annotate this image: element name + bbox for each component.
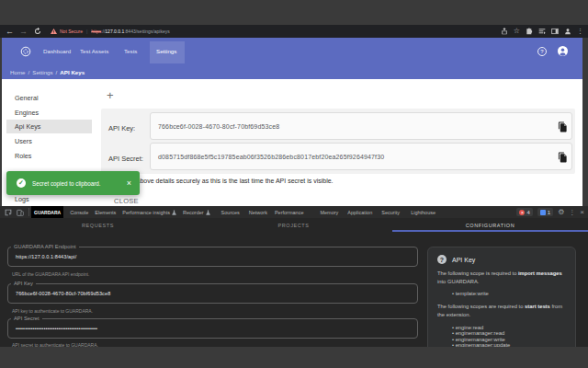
browser-url-bar: ← → Not Secure | https :// 127.0.0.1 :84… bbox=[0, 25, 588, 38]
apikey-helper: API key to authenticate to GUARDARA. bbox=[12, 308, 93, 314]
devtools-tab-memory[interactable]: Memory bbox=[320, 210, 338, 215]
apikey-field-label: API Key bbox=[11, 281, 36, 286]
extensions-icon[interactable] bbox=[526, 28, 533, 35]
nav-dashboard[interactable]: Dashboard bbox=[43, 38, 71, 64]
apisecret-input[interactable]: ••••••••••••••••••••••••••••••••••••••••… bbox=[7, 318, 418, 339]
share-icon[interactable] bbox=[501, 28, 508, 35]
bookmark-star-icon[interactable]: ☆ bbox=[514, 25, 520, 38]
scope-bullet: enginemanager:read bbox=[452, 330, 504, 336]
breadcrumb-home[interactable]: Home bbox=[10, 69, 26, 75]
breadcrumb-settings[interactable]: Settings bbox=[32, 69, 52, 75]
scope-paragraph-1: The following scope is required to impor… bbox=[437, 270, 571, 285]
device-toolbar-icon[interactable] bbox=[17, 209, 24, 216]
page-content: General Engines Api Keys Users Roles Log… bbox=[2, 79, 582, 206]
apikey-input[interactable]: 766bce6f-0028-4670-80cf-70bf69d53ce8 bbox=[7, 283, 418, 304]
close-button[interactable]: CLOSE bbox=[114, 197, 139, 205]
breadcrumb-current: API Keys bbox=[60, 69, 85, 75]
back-icon[interactable]: ← bbox=[6, 26, 14, 38]
url-scheme: https bbox=[91, 29, 101, 34]
sidebar-item-engines[interactable]: Engines bbox=[15, 109, 39, 117]
error-icon: × bbox=[519, 210, 525, 215]
copy-icon[interactable] bbox=[558, 121, 568, 132]
flask-icon bbox=[172, 210, 176, 215]
apisecret-field-label: API Secret bbox=[11, 316, 42, 321]
app-logo-icon[interactable] bbox=[20, 46, 31, 57]
devtools-tab-sources[interactable]: Sources bbox=[221, 210, 240, 215]
devtools-tabbar: GUARDARA Console Elements Performance in… bbox=[0, 206, 588, 218]
reload-icon[interactable] bbox=[34, 28, 41, 35]
api-key-value-box: 766bce6f-0028-4670-80cf-70bf69d53ce8 bbox=[150, 112, 572, 140]
issue-badge[interactable]: 1 bbox=[537, 208, 553, 216]
issue-count: 1 bbox=[548, 210, 550, 215]
scope-paragraph-2: The following scopes are required to sta… bbox=[437, 303, 571, 318]
warning-icon bbox=[51, 29, 57, 34]
api-secret-value: d085715df868e5f5c19785eab06f3526b286ebc8… bbox=[158, 154, 384, 160]
reading-list-icon[interactable] bbox=[538, 28, 546, 35]
breadcrumb-sep: / bbox=[56, 69, 58, 75]
devtools-tab-security[interactable]: Security bbox=[381, 210, 400, 215]
toast: ✓ Secret copied to clipboard. × bbox=[6, 171, 140, 195]
app-nav: Dashboard Test Assets Tests Settings ? bbox=[2, 38, 582, 64]
api-key-value: 766bce6f-0028-4670-80cf-70bf69d53ce8 bbox=[158, 123, 279, 130]
help-icon[interactable]: ? bbox=[537, 47, 547, 56]
devtools-tab-performance-insights[interactable]: Performance insights bbox=[122, 210, 176, 215]
url-path: :8443/settings/apikeys bbox=[124, 29, 169, 34]
devtools-content: https://127.0.0.1:8443/api/ GUARDARA API… bbox=[0, 232, 588, 347]
devtools-tab-elements[interactable]: Elements bbox=[95, 210, 116, 215]
sidebar-item-logs[interactable]: Logs bbox=[15, 195, 29, 203]
api-key-panel: API Key: 766bce6f-0028-4670-80cf-70bf69d… bbox=[101, 109, 575, 174]
endpoint-input[interactable]: https://127.0.0.1:8443/api/ bbox=[7, 247, 418, 267]
omnibox-separator: | bbox=[86, 29, 87, 34]
scope-card-header: ? API Key bbox=[437, 255, 475, 264]
devtools-tab-network[interactable]: Network bbox=[249, 210, 267, 215]
subtab-requests[interactable]: REQUESTS bbox=[0, 218, 196, 232]
devtools-tab-performance[interactable]: Performance bbox=[275, 210, 304, 215]
add-icon[interactable]: + bbox=[107, 89, 114, 101]
nav-settings[interactable]: Settings bbox=[156, 38, 176, 64]
omnibox[interactable]: Not Secure | https :// 127.0.0.1 :8443/s… bbox=[51, 29, 170, 34]
toast-message: Secret copied to clipboard. bbox=[32, 180, 101, 187]
sidebar-item-general[interactable]: General bbox=[15, 94, 39, 102]
devtools-close-icon[interactable]: × bbox=[580, 208, 584, 216]
devtools-menu-icon[interactable]: ⋮ bbox=[569, 209, 575, 216]
nav-test-assets[interactable]: Test Assets bbox=[80, 38, 108, 64]
copy-icon[interactable] bbox=[558, 152, 568, 163]
breadcrumb: Home / Settings / API Keys bbox=[10, 64, 85, 79]
scope-bullet: enginemanager:update bbox=[452, 342, 510, 347]
scope-bullet: template:write bbox=[452, 291, 489, 296]
api-secret-value-box: d085715df868e5f5c19785eab06f3526b286ebc8… bbox=[150, 143, 572, 170]
error-badge[interactable]: × 4 bbox=[516, 208, 532, 216]
sidebar-item-users[interactable]: Users bbox=[15, 137, 32, 145]
devtools-tab-lighthouse[interactable]: Lighthouse bbox=[411, 210, 435, 215]
apisecret-value: ••••••••••••••••••••••••••••••••••••••••… bbox=[16, 326, 97, 331]
error-count: 4 bbox=[526, 210, 529, 215]
nav-tests[interactable]: Tests bbox=[124, 38, 137, 64]
flask-icon bbox=[206, 210, 210, 215]
settings-gear-icon[interactable]: ⚙ bbox=[558, 208, 564, 216]
apikey-value: 766bce6f-0028-4670-80cf-70bf69d53ce8 bbox=[16, 291, 110, 296]
browser-menu-icon[interactable]: ⋮ bbox=[577, 25, 583, 38]
subtab-projects[interactable]: PROJECTS bbox=[196, 218, 391, 232]
sidebar-item-roles[interactable]: Roles bbox=[15, 152, 31, 160]
devtools-tab-console[interactable]: Console bbox=[70, 210, 88, 215]
url-host: 127.0.0.1 bbox=[105, 29, 124, 34]
account-icon[interactable] bbox=[558, 46, 568, 56]
scope-card-title: API Key bbox=[452, 257, 475, 263]
app-header: Dashboard Test Assets Tests Settings ? H… bbox=[2, 38, 582, 79]
api-secret-label: API Secret: bbox=[108, 155, 143, 163]
toast-close-icon[interactable]: × bbox=[127, 178, 131, 188]
scope-bullet: engine:read bbox=[452, 325, 483, 330]
devtools-tab-recorder[interactable]: Recorder bbox=[183, 210, 210, 215]
forward-icon[interactable]: → bbox=[19, 26, 28, 38]
devtools-tab-application[interactable]: Application bbox=[347, 210, 372, 215]
api-key-label: API Key: bbox=[108, 124, 135, 132]
breadcrumb-sep: / bbox=[28, 69, 30, 75]
apisecret-helper: API secret to authenticate to GUARDARA. bbox=[12, 342, 98, 347]
devtools-tab-guardara[interactable]: GUARDARA bbox=[31, 206, 63, 218]
sidebar-item-api-keys[interactable]: Api Keys bbox=[15, 122, 40, 131]
divider bbox=[28, 208, 29, 216]
profile-icon[interactable] bbox=[564, 28, 571, 35]
side-panel-icon[interactable] bbox=[551, 28, 559, 35]
browser-actions: ☆ ⋮ bbox=[501, 25, 583, 38]
inspect-icon[interactable] bbox=[5, 209, 12, 216]
